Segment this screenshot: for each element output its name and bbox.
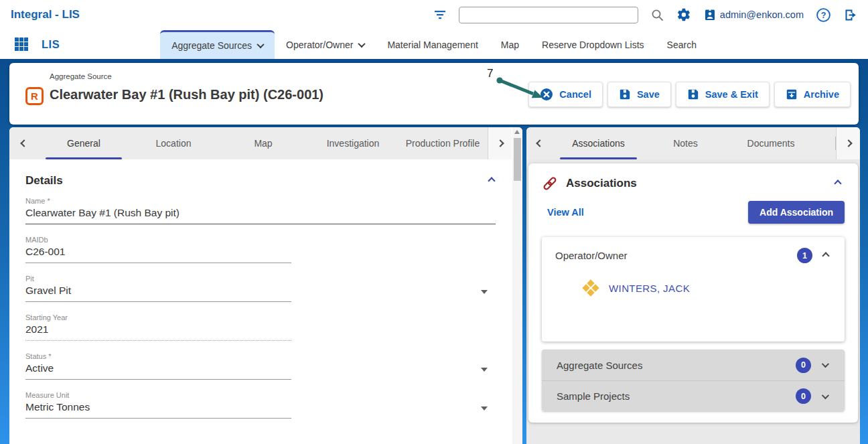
save-floppy-icon	[619, 88, 631, 100]
save-floppy-icon	[687, 88, 699, 100]
association-item[interactable]: WINTERS, JACK	[583, 281, 831, 295]
nav-item-map[interactable]: Map	[490, 30, 530, 59]
associations-title: Associations	[566, 177, 637, 190]
record-detail-panel: General Location Map Investigation Produ…	[9, 127, 522, 444]
details-title: Details	[25, 174, 63, 188]
collapsed-groups: Aggregate Sources 0 Sample Projects 0	[542, 350, 845, 411]
apps-grid-icon[interactable]	[15, 38, 28, 51]
chevron-down-icon	[257, 41, 264, 48]
svg-text:?: ?	[821, 11, 826, 20]
chevron-down-icon	[358, 40, 366, 47]
nav-item-reserve-dropdown-lists[interactable]: Reserve Dropdown Lists	[530, 30, 656, 59]
expand-group-icon[interactable]	[822, 391, 829, 398]
search-icon[interactable]	[650, 8, 664, 22]
scrollbar-thumb[interactable]	[514, 138, 521, 181]
collapse-section-icon[interactable]	[488, 177, 495, 184]
detail-tabbar: General Location Map Investigation Produ…	[9, 127, 512, 159]
count-badge: 0	[796, 388, 811, 404]
add-association-button[interactable]: Add Association	[748, 201, 845, 224]
nav-item-search[interactable]: Search	[656, 30, 708, 59]
record-header-card: Aggregate Source R Clearwater Bay #1 (Ru…	[9, 63, 859, 125]
record-action-buttons: Cancel Save Save & Exit Archive	[528, 82, 851, 107]
aggregate-sources-group[interactable]: Aggregate Sources 0	[542, 350, 845, 380]
tab-general[interactable]: General	[39, 127, 129, 159]
view-all-link[interactable]: View All	[547, 207, 584, 218]
tab-investigation[interactable]: Investigation	[308, 127, 398, 159]
tab-location[interactable]: Location	[129, 127, 218, 159]
tab-notes[interactable]: Notes	[644, 127, 727, 159]
associations-tabbar: Associations Notes Documents	[526, 127, 860, 159]
record-type-icon: R	[25, 87, 44, 105]
tabs-scroll-left[interactable]	[526, 127, 553, 159]
operator-owner-group: Operator/Owner 1 WINTERS, JACK	[542, 237, 845, 342]
tab-production-profile[interactable]: Production Profile	[398, 127, 488, 159]
annotation-number: 7	[487, 67, 493, 80]
gear-icon[interactable]	[676, 7, 691, 22]
maidb-field[interactable]: MAIDb C26-001	[25, 236, 496, 263]
record-type-label: Aggregate Source	[50, 72, 112, 80]
topbar-actions: admin@enkon.com ?	[433, 7, 857, 23]
archive-box-icon	[786, 88, 798, 100]
save-and-exit-button[interactable]: Save & Exit	[676, 82, 770, 107]
nav-item-aggregate-sources[interactable]: Aggregate Sources	[160, 30, 275, 59]
dropdown-caret-icon	[481, 290, 488, 294]
collapse-section-icon[interactable]	[834, 179, 841, 187]
tabs-scroll-left[interactable]	[9, 127, 39, 159]
expand-group-icon[interactable]	[822, 360, 829, 368]
vertical-scrollbar[interactable]	[512, 127, 522, 444]
associations-card: Associations View All Add Association Op…	[528, 163, 858, 423]
page-background: Aggregate Source R Clearwater Bay #1 (Ru…	[0, 59, 868, 444]
nav-brand-area: LIS	[15, 29, 60, 59]
group-header-row[interactable]: Operator/Owner 1	[555, 248, 831, 263]
starting-year-field[interactable]: Starting Year 2021	[25, 313, 496, 341]
link-chain-icon	[542, 175, 558, 192]
search-input[interactable]	[459, 7, 638, 23]
filter-list-icon[interactable]	[433, 8, 447, 21]
save-button[interactable]: Save	[607, 82, 671, 107]
name-field[interactable]: Name * Clearwater Bay #1 (Rush Bay pit)	[25, 197, 496, 224]
nav-item-material-management[interactable]: Material Management	[376, 30, 489, 59]
tab-associations[interactable]: Associations	[553, 127, 644, 159]
count-badge: 1	[797, 248, 812, 263]
details-section: Details Name * Clearwater Bay #1 (Rush B…	[9, 159, 522, 419]
measure-unit-select[interactable]: Measure Unit Metric Tonnes	[25, 391, 496, 419]
nav-item-operator-owner[interactable]: Operator/Owner	[275, 30, 376, 59]
collapse-group-icon[interactable]	[822, 252, 829, 259]
main-nav: LIS Aggregate Sources Operator/Owner Mat…	[0, 29, 868, 59]
tabs-scroll-right[interactable]	[488, 127, 512, 159]
associations-panel: Associations Notes Documents Association…	[526, 127, 860, 444]
status-select[interactable]: Status * Active	[25, 352, 496, 380]
top-app-bar: Integral - LIS admin@enkon.com ?	[0, 0, 868, 29]
app-title: Integral - LIS	[11, 8, 80, 21]
pit-select[interactable]: Pit Gravel Pit	[25, 275, 496, 302]
dropdown-caret-icon	[481, 368, 488, 372]
page-title: Clearwater Bay #1 (Rush Bay pit) (C26-00…	[50, 84, 323, 104]
user-badge-icon	[703, 8, 717, 21]
tab-documents[interactable]: Documents	[727, 127, 814, 159]
scrollbar-up-arrow[interactable]	[514, 130, 520, 134]
nav-tabs: Aggregate Sources Operator/Owner Materia…	[160, 29, 708, 59]
association-item-name[interactable]: WINTERS, JACK	[609, 283, 690, 294]
nav-brand[interactable]: LIS	[42, 38, 60, 51]
annotation-arrow	[494, 75, 549, 103]
tab-map[interactable]: Map	[218, 127, 308, 159]
user-email: admin@enkon.com	[720, 9, 804, 20]
help-icon[interactable]: ?	[816, 7, 831, 23]
sample-projects-group[interactable]: Sample Projects 0	[542, 380, 845, 411]
tabs-scroll-right[interactable]	[836, 127, 860, 159]
dropdown-caret-icon	[481, 406, 488, 411]
logout-icon[interactable]	[843, 8, 857, 22]
archive-button[interactable]: Archive	[774, 82, 851, 107]
operator-diamond-icon	[583, 281, 598, 295]
count-badge: 0	[796, 358, 811, 373]
account-menu[interactable]: admin@enkon.com	[703, 8, 804, 21]
